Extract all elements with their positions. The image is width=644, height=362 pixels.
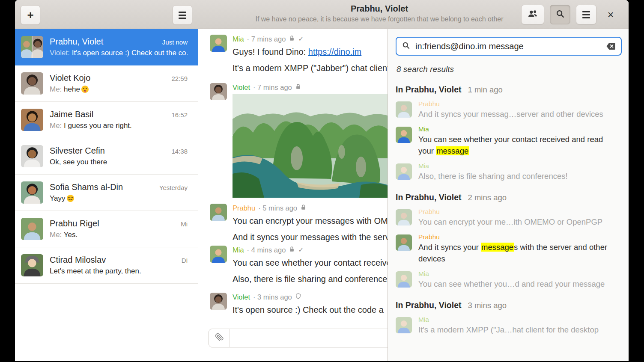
encrypted-lock-icon xyxy=(300,204,307,212)
search-result-item[interactable]: MiaYou can see whether you…d and read yo… xyxy=(396,270,622,290)
message-text: It's a modern XMPP ("Jabber") chat clien… xyxy=(233,60,388,76)
preview-text: I guess you are right. xyxy=(64,122,132,130)
search-input[interactable] xyxy=(414,41,601,52)
search-panel: 8 search results In Prabhu, Violet1 min … xyxy=(388,29,629,361)
search-results: In Prabhu, Violet1 min agoPrabhuAnd it s… xyxy=(396,85,622,335)
search-result-item[interactable]: MiaYou can see whether your contact rece… xyxy=(396,125,622,157)
chat-message: Mia· 4 mins ago✓You can see whether your… xyxy=(210,245,388,287)
conversation-preview: Ok, see you there xyxy=(50,158,188,166)
message-time: · 7 mins ago xyxy=(247,35,286,43)
result-text: You can encrypt your me…ith OMEMO or Ope… xyxy=(418,216,602,228)
conversation-list-item[interactable]: Prabhu, VioletJust nowViolet: It's open … xyxy=(15,29,198,65)
message-text-part: It's open source :) Check out the code a xyxy=(233,305,384,315)
encrypted-lock-icon xyxy=(289,246,295,254)
conversation-time: Di xyxy=(182,257,188,264)
message-text-part: You can see whether your contact receive… xyxy=(233,258,388,267)
conversation-summary: Prabhu, VioletJust nowViolet: It's open … xyxy=(50,37,188,57)
occupants-button[interactable] xyxy=(521,5,544,24)
headerbar: + Prabhu, Violet If we have no peace, it… xyxy=(15,0,629,29)
search-result-group: In Prabhu, Violet3 mins agoMiaIt's a mod… xyxy=(396,300,622,335)
page-title: Prabhu, Violet xyxy=(217,4,542,14)
preview-text: Ok, see you there xyxy=(50,158,107,166)
highlighted-match: message xyxy=(436,146,469,155)
avatar xyxy=(210,83,227,100)
search-group-header: In Prabhu, Violet2 mins ago xyxy=(396,193,622,202)
result-sender: Mia xyxy=(418,316,599,323)
close-icon: × xyxy=(608,9,614,21)
conversation-name: Silvester Cefin xyxy=(50,146,105,156)
preview-sender-prefix: Me: xyxy=(50,122,64,130)
header-actions: × xyxy=(521,5,629,24)
tongue-emoji-icon xyxy=(80,85,89,93)
search-toggle-button[interactable] xyxy=(550,5,570,24)
search-result-item[interactable]: PrabhuYou can encrypt your me…ith OMEMO … xyxy=(396,208,622,228)
result-text: Also, there is file sharing and conferen… xyxy=(418,170,568,182)
trust-shield-icon xyxy=(295,293,301,301)
header-title-block: Prabhu, Violet If we have no peace, it i… xyxy=(217,4,542,23)
conversation-preview: Violet: It's open source :) Check out th… xyxy=(50,49,188,57)
search-group-title: In Prabhu, Violet xyxy=(396,193,462,202)
avatar xyxy=(210,246,227,263)
chat-view: Mia· 7 mins ago✓Guys! I found Dino: http… xyxy=(198,29,388,361)
search-result-item[interactable]: PrabhuAnd it syncs your messages with th… xyxy=(396,233,622,264)
menu-icon xyxy=(582,11,590,18)
message-meta: Mia· 4 mins ago✓ xyxy=(233,245,388,255)
smile-emoji-icon xyxy=(66,194,75,202)
conversation-list-item[interactable]: Prabhu RigelMiMe: Yes. xyxy=(15,211,198,247)
avatar xyxy=(21,145,43,167)
result-sender: Mia xyxy=(418,162,568,170)
preview-text: Yayy xyxy=(50,194,66,202)
conversation-name: Jaime Basil xyxy=(50,110,93,119)
conversation-list-item[interactable]: Sofia Shams al-DinYesterdayYayy xyxy=(15,175,198,211)
close-button[interactable]: × xyxy=(602,5,619,24)
clear-search-icon[interactable] xyxy=(605,41,616,51)
result-text-part: You can see whether you…d and read your … xyxy=(418,279,605,288)
conversation-list-item[interactable]: Silvester Cefin14:38Ok, see you there xyxy=(15,138,198,175)
chat-message: Violet· 3 mins agoIt's open source :) Ch… xyxy=(210,292,384,318)
conversation-time: 14:38 xyxy=(171,148,188,155)
encrypted-lock-icon xyxy=(295,83,301,92)
conversation-list-item[interactable]: Jaime Basil16:52Me: I guess you are righ… xyxy=(15,102,198,138)
conversation-list-menu-button[interactable] xyxy=(173,5,192,25)
message-text-part: It's a modern XMPP ("Jabber") chat clien… xyxy=(233,63,388,73)
message-text-part: You can encrypt your messages with OMEMO… xyxy=(233,216,388,226)
result-sender: Mia xyxy=(418,270,605,278)
search-result-item[interactable]: MiaIt's a modern XMPP ("Ja…hat client fo… xyxy=(396,316,622,335)
add-conversation-button[interactable]: + xyxy=(21,5,40,25)
list-menu-icon xyxy=(179,12,186,19)
conversation-time: Mi xyxy=(181,220,188,228)
search-result-item[interactable]: PrabhuAnd it syncs your messag…server an… xyxy=(396,100,622,120)
screen: + Prabhu, Violet If we have no peace, it… xyxy=(0,0,644,362)
conversation-summary: Jaime Basil16:52Me: I guess you are righ… xyxy=(50,110,188,130)
avatar xyxy=(396,127,412,143)
conversation-name: Prabhu, Violet xyxy=(50,37,103,47)
message-time: · 5 mins ago xyxy=(258,204,297,212)
avatar xyxy=(396,163,412,180)
result-text-part: It's a modern XMPP ("Ja…hat client for t… xyxy=(418,325,599,334)
search-result-item[interactable]: MiaAlso, there is file sharing and confe… xyxy=(396,162,622,182)
preview-text: Yes. xyxy=(64,231,78,239)
result-sender: Prabhu xyxy=(418,233,616,241)
search-result-group: In Prabhu, Violet2 mins agoPrabhuYou can… xyxy=(396,193,622,290)
conversation-list-item[interactable]: Violet Kojo22:59Me: hehe xyxy=(15,65,198,102)
search-group-title: In Prabhu, Violet xyxy=(396,300,462,310)
conversation-name: Sofia Shams al-Din xyxy=(50,182,123,192)
shared-image[interactable] xyxy=(233,94,388,198)
avatar xyxy=(210,293,227,310)
conversation-list-item[interactable]: Ctirad MiloslavDiLet's meet at the party… xyxy=(15,247,198,284)
conversation-name: Ctirad Miloslav xyxy=(50,255,106,265)
main-menu-button[interactable] xyxy=(576,5,596,24)
conversation-time: 22:59 xyxy=(171,75,188,82)
message-time: · 4 mins ago xyxy=(247,246,286,254)
conversation-preview: Yayy xyxy=(50,194,188,203)
chat-message: Violet· 7 mins ago xyxy=(210,83,388,198)
attach-file-button[interactable] xyxy=(209,329,230,347)
message-link[interactable]: https://dino.im xyxy=(308,47,362,56)
result-sender: Mia xyxy=(418,125,616,133)
conversation-preview: Me: I guess you are right. xyxy=(50,122,188,130)
message-sender: Prabhu xyxy=(233,204,255,212)
message-text: You can see whether your contact receive… xyxy=(233,255,388,271)
message-input[interactable] xyxy=(230,334,388,343)
message-scroll-area[interactable]: Mia· 7 mins ago✓Guys! I found Dino: http… xyxy=(198,29,388,361)
chat-message: Prabhu· 5 mins agoYou can encrypt your m… xyxy=(210,203,388,245)
